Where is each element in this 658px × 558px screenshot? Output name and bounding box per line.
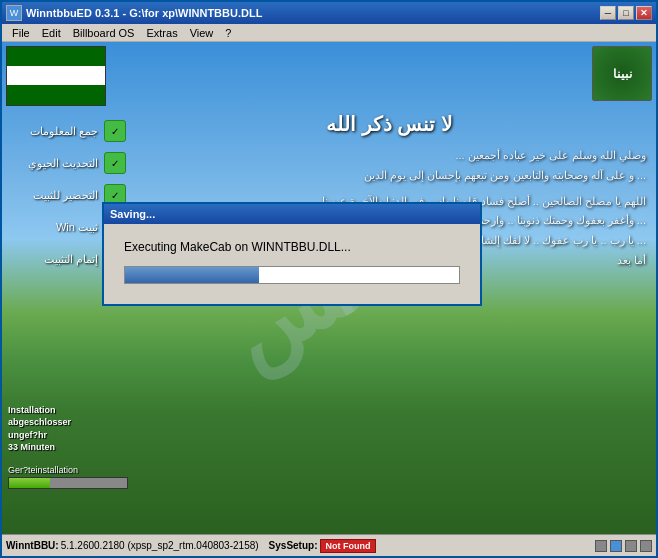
sidebar-label-4: إتمام التثبيت (44, 253, 98, 266)
progress-background (8, 477, 128, 489)
status-right-icons (595, 540, 652, 552)
status-syssetup: SysSetup: Not Found (269, 539, 377, 553)
sidebar-icon-1: ✓ (104, 152, 126, 174)
sidebar-label-0: جمع المعلومات (30, 125, 98, 138)
title-buttons: ─ □ ✕ (600, 6, 652, 20)
menu-item-billboard-os[interactable]: Billboard OS (67, 26, 141, 40)
install-info: Installation abgeschlosser ungef?hr 33 M… (8, 404, 71, 454)
status-icon-4 (640, 540, 652, 552)
install-line3: ungef?hr (8, 429, 71, 442)
status-icon-3 (625, 540, 637, 552)
status-winntbbu-label: WinntBBU: (6, 540, 59, 551)
saving-progress-background (124, 266, 460, 284)
title-bar-left: W WinntbbuED 0.3.1 - G:\for xp\WINNTBBU.… (6, 5, 262, 21)
window-frame: W WinntbbuED 0.3.1 - G:\for xp\WINNTBBU.… (0, 0, 658, 558)
status-winntbbu-value: 5.1.2600.2180 (xpsp_sp2_rtm.040803-2158) (61, 540, 259, 551)
status-winntbbu: WinntBBU: 5.1.2600.2180 (xpsp_sp2_rtm.04… (6, 540, 259, 551)
title-text: WinntbbuED 0.3.1 - G:\for xp\WINNTBBU.DL… (26, 7, 262, 19)
saving-body: Executing MakeCab on WINNTBBU.DLL... (104, 224, 480, 304)
saving-title-text: Saving... (110, 208, 155, 220)
close-button[interactable]: ✕ (636, 6, 652, 20)
sidebar-item-1[interactable]: ✓التحديث الحيوي (2, 149, 132, 177)
sidebar-icon-0: ✓ (104, 120, 126, 142)
sidebar-label-2: التحضير للثبيت (33, 189, 98, 202)
install-line2: abgeschlosser (8, 416, 71, 429)
window-icon: W (6, 5, 22, 21)
menu-item-file[interactable]: File (6, 26, 36, 40)
install-line4: 33 Minuten (8, 441, 71, 454)
saving-progress-fill (125, 267, 259, 283)
main-content: لا تنس نبينا ✓جمع المعلومات✓التحديث الحي… (2, 42, 656, 534)
minimize-button[interactable]: ─ (600, 6, 616, 20)
menu-item-extras[interactable]: Extras (140, 26, 183, 40)
menu-bar: FileEditBillboard OSExtrasView? (2, 24, 656, 42)
saving-message: Executing MakeCab on WINNTBBU.DLL... (124, 240, 460, 254)
status-icon-1 (595, 540, 607, 552)
menu-item-view[interactable]: View (184, 26, 220, 40)
status-notfound-badge: Not Found (320, 539, 377, 553)
status-bar: WinntBBU: 5.1.2600.2180 (xpsp_sp2_rtm.04… (2, 534, 656, 556)
saving-dialog: Saving... Executing MakeCab on WINNTBBU.… (102, 202, 482, 306)
saving-title-bar: Saving... (104, 204, 480, 224)
status-syssetup-label: SysSetup: (269, 540, 318, 551)
status-icon-2 (610, 540, 622, 552)
progress-label: Ger?teinstallation (8, 465, 128, 475)
arabic-title: لا تنس ذكر الله (132, 112, 646, 136)
sidebar-label-1: التحديث الحيوي (28, 157, 98, 170)
arabic-line-1: ... و على آله وصحابته والتابعين ومن تبعه… (132, 166, 646, 186)
progress-fill (9, 478, 50, 488)
menu-item-?[interactable]: ? (219, 26, 237, 40)
title-bar: W WinntbbuED 0.3.1 - G:\for xp\WINNTBBU.… (2, 2, 656, 24)
menu-item-edit[interactable]: Edit (36, 26, 67, 40)
sidebar-label-3: ثبيت Win (56, 221, 98, 234)
sidebar-item-0[interactable]: ✓جمع المعلومات (2, 117, 132, 145)
arabic-line-0: وصلي الله وسلم على خير عباده أجمعين ... (132, 146, 646, 166)
logo-area: نبينا (592, 46, 652, 101)
maximize-button[interactable]: □ (618, 6, 634, 20)
progress-area: Ger?teinstallation (8, 465, 128, 489)
install-line1: Installation (8, 404, 71, 417)
